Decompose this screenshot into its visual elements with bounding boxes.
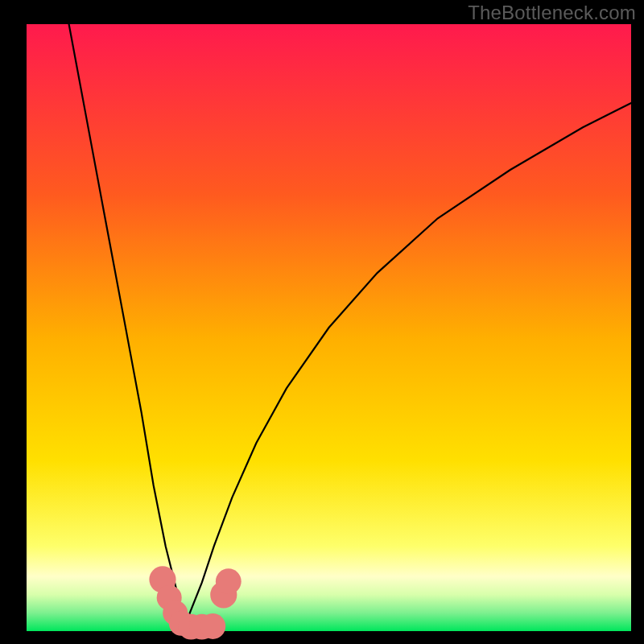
watermark-text: TheBottleneck.com [468,2,636,24]
chart-stage: TheBottleneck.com [0,0,644,644]
highlight-blob [200,613,225,639]
highlight-blob [216,568,242,594]
bottleneck-chart [0,0,644,644]
